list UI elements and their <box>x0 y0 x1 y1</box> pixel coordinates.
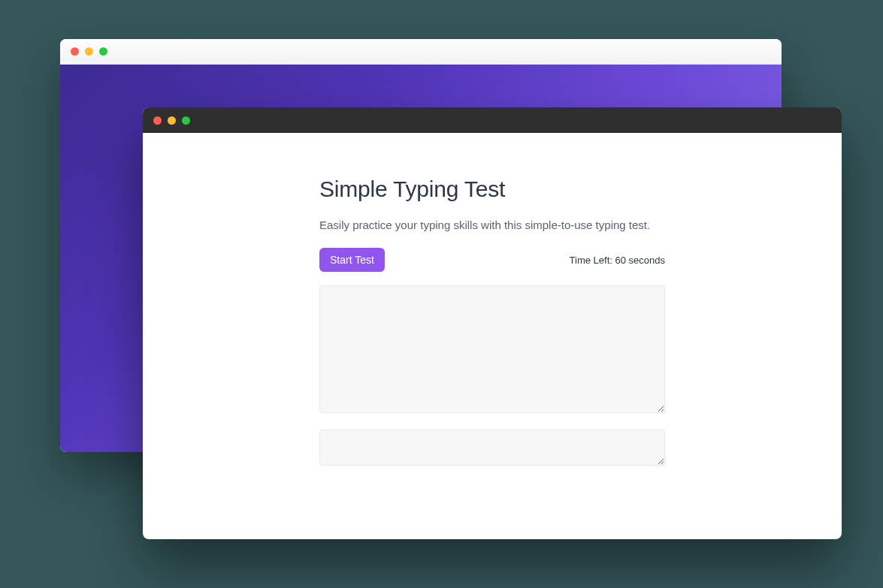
minimize-icon[interactable] <box>85 47 93 56</box>
prompt-textarea[interactable] <box>319 285 665 413</box>
typing-input[interactable] <box>319 430 665 466</box>
minimize-icon[interactable] <box>168 116 176 125</box>
close-icon[interactable] <box>71 47 79 56</box>
page-title: Simple Typing Test <box>319 176 665 202</box>
start-test-button[interactable]: Start Test <box>319 248 385 272</box>
page-subtitle: Easily practice your typing skills with … <box>319 219 665 231</box>
close-icon[interactable] <box>153 116 162 125</box>
maximize-icon[interactable] <box>99 47 107 56</box>
front-window-content: Simple Typing Test Easily practice your … <box>143 133 842 491</box>
time-left-label: Time Left: 60 seconds <box>570 255 665 266</box>
front-window-titlebar <box>143 107 842 133</box>
controls-row: Start Test Time Left: 60 seconds <box>319 248 665 272</box>
foreground-app-window: Simple Typing Test Easily practice your … <box>143 107 842 539</box>
main-column: Simple Typing Test Easily practice your … <box>319 176 665 469</box>
back-window-titlebar <box>60 39 782 65</box>
maximize-icon[interactable] <box>182 116 190 125</box>
